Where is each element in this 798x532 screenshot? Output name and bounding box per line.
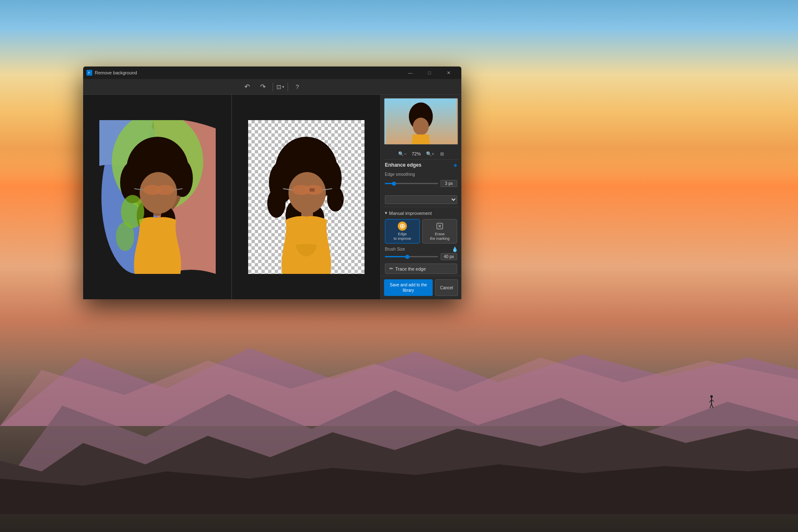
erase-icon — [435, 222, 444, 231]
trace-edge-label: Trace the edge — [395, 266, 426, 271]
zoom-in-button[interactable]: 🔍+ — [424, 150, 436, 158]
toolbar: ↶ ↷ ⊡ ▾ ? — [83, 79, 461, 95]
right-panel: 🔍− 72% 🔍+ ⊞ Enhance edges ◈ Edge smoot — [380, 95, 461, 299]
crop-chevron-icon: ▾ — [282, 85, 284, 89]
edge-smoothing-label: Edge smoothing — [385, 172, 415, 177]
redo-icon: ↷ — [260, 83, 266, 91]
enhance-active-icon: ◈ — [453, 162, 457, 168]
save-button[interactable]: Save and add to the library — [384, 279, 433, 296]
mountains-near — [0, 407, 798, 532]
crop-icon: ⊡ — [276, 84, 281, 90]
manual-improvement-header[interactable]: ▾ Manual improvement — [385, 210, 457, 216]
zoom-in-icon: 🔍+ — [426, 151, 434, 156]
edge-smoothing-slider-row: 3 px — [385, 180, 457, 187]
right-canvas-container — [248, 120, 365, 274]
fit-screen-button[interactable]: ⊞ — [438, 150, 446, 158]
svg-rect-40 — [310, 188, 315, 192]
brush-size-track[interactable] — [385, 256, 438, 257]
svg-point-27 — [116, 222, 134, 251]
title-bar-controls: — □ ✕ — [401, 66, 458, 79]
svg-point-5 — [710, 395, 713, 398]
svg-point-23 — [156, 185, 174, 195]
preview-thumbnail — [384, 98, 458, 145]
manual-improvement-label: Manual improvement — [389, 211, 432, 216]
erase-marking-label: Erasethe marking — [430, 232, 449, 241]
zoom-controls: 🔍− 72% 🔍+ ⊞ — [381, 148, 461, 159]
zoom-out-icon: 🔍− — [398, 151, 406, 156]
brush-size-slider-row: 40 px — [385, 253, 457, 260]
trace-edge-button[interactable]: ✏ Trace the edge — [385, 264, 457, 274]
edge-mode-dropdown[interactable] — [385, 195, 457, 204]
fit-screen-icon: ⊞ — [440, 151, 444, 156]
canvas-area: 🔍− 72% 🔍+ ⊞ Enhance edges ◈ Edge smoot — [83, 95, 461, 299]
edge-smoothing-value: 3 px — [441, 180, 457, 187]
toolbar-separator-2 — [288, 83, 288, 91]
canvas-main[interactable] — [83, 95, 380, 299]
app-window: P Remove background — □ ✕ ↶ ↷ ⊡ ▾ ? — [83, 66, 461, 299]
edge-smoothing-thumb[interactable] — [392, 182, 396, 186]
undo-button[interactable]: ↶ — [241, 81, 254, 93]
brush-size-fill — [385, 256, 406, 257]
close-button[interactable]: ✕ — [439, 66, 458, 79]
canvas-left[interactable] — [83, 95, 232, 299]
crop-button[interactable]: ⊡ ▾ — [276, 81, 284, 93]
brush-size-thumb[interactable] — [405, 255, 409, 259]
zoom-out-button[interactable]: 🔍− — [397, 150, 408, 158]
toolbar-separator-1 — [273, 83, 273, 91]
erase-marking-button[interactable]: Erasethe marking — [422, 219, 457, 244]
minimize-button[interactable]: — — [401, 66, 420, 79]
cancel-button-label: Cancel — [440, 286, 453, 290]
right-canvas-svg — [248, 120, 365, 274]
zoom-percentage: 72% — [410, 151, 423, 156]
svg-point-45 — [413, 118, 429, 135]
svg-point-31 — [267, 189, 286, 218]
collapse-chevron-icon: ▾ — [385, 210, 387, 216]
help-icon: ? — [296, 84, 299, 90]
redo-button[interactable]: ↷ — [257, 81, 269, 93]
maximize-button[interactable]: □ — [420, 66, 439, 79]
save-button-label: Save and add to the library — [390, 283, 427, 293]
undo-icon: ↶ — [244, 83, 250, 91]
cancel-button[interactable]: Cancel — [435, 279, 458, 296]
save-cancel-row: Save and add to the library Cancel — [381, 276, 461, 299]
edge-smoothing-section: Edge smoothing 3 px — [381, 170, 461, 193]
app-icon: P — [86, 70, 92, 76]
svg-text:P: P — [88, 71, 90, 74]
brush-size-label: Brush Size — [385, 247, 457, 251]
color-picker-area: 💧 — [452, 245, 458, 253]
preview-svg — [384, 99, 458, 144]
title-bar: P Remove background — □ ✕ — [83, 66, 461, 79]
enhance-edges-header: Enhance edges ◈ — [381, 160, 461, 170]
enhance-edges-title: Enhance edges — [385, 162, 421, 168]
manual-improvement-buttons: Edgeto improve Erasethe marking — [385, 219, 457, 244]
droplet-icon[interactable]: 💧 — [452, 246, 458, 252]
panel-divider-2 — [383, 207, 459, 207]
edge-to-improve-label: Edgeto improve — [394, 232, 411, 241]
edge-improve-icon — [398, 222, 407, 231]
left-canvas-container — [99, 120, 216, 274]
svg-point-32 — [327, 187, 344, 212]
edge-smoothing-track[interactable] — [385, 183, 438, 184]
canvas-right[interactable] — [232, 95, 380, 299]
left-canvas-svg — [99, 120, 216, 274]
svg-line-9 — [710, 404, 712, 408]
manual-improvement-section: ▾ Manual improvement Edgeto im — [381, 209, 461, 276]
dropdown-section — [381, 193, 461, 207]
preview-image — [384, 99, 458, 144]
edge-to-improve-button[interactable]: Edgeto improve — [385, 219, 420, 244]
window-title: Remove background — [95, 70, 137, 75]
trace-edge-pencil-icon: ✏ — [389, 266, 393, 271]
brush-size-value: 40 px — [441, 253, 457, 260]
help-button[interactable]: ? — [291, 81, 304, 93]
svg-line-10 — [712, 404, 713, 408]
hiker-silhouette — [709, 395, 715, 409]
title-bar-left: P Remove background — [86, 70, 137, 76]
